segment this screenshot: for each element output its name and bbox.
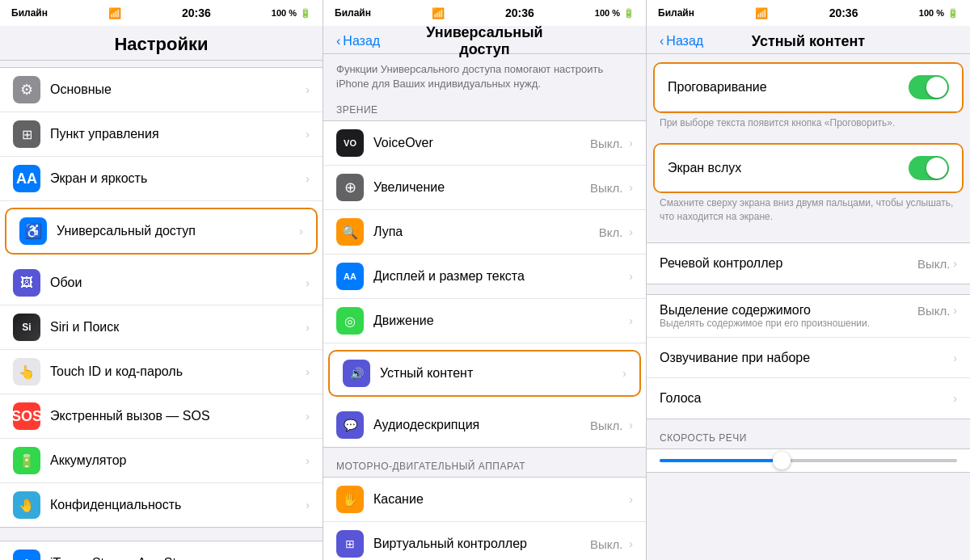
label-zoom: Увеличение — [373, 180, 590, 195]
toggle-progovor[interactable] — [909, 75, 949, 99]
back-chevron-3: ‹ — [660, 34, 664, 48]
settings-item-golosa[interactable]: Голоса › — [647, 378, 970, 419]
settings-item-switch[interactable]: ⊞ Виртуальный контроллер Выкл. › — [323, 522, 646, 560]
label-siri: Siri и Поиск — [50, 320, 302, 335]
battery-icon-1: 🔋 — [300, 8, 311, 19]
settings-item-siri[interactable]: Si Siri и Поиск › — [0, 305, 323, 350]
icon-touch2: ✋ — [336, 486, 364, 513]
settings-item-spoken[interactable]: 🔊 Устный контент › — [328, 350, 641, 397]
time-3: 20:36 — [829, 6, 858, 19]
settings-item-privacy[interactable]: 🤚 Конфиденциальность › — [0, 483, 323, 527]
nav-bar-universal: ‹ Назад Универсальный доступ — [323, 26, 646, 54]
wifi-icon-2: 📶 — [432, 7, 445, 19]
settings-item-sos[interactable]: SOS Экстренный вызов — SOS › — [0, 394, 323, 439]
page-title-spoken: Устный контент — [752, 33, 865, 50]
section-label-speed: СКОРОСТЬ РЕЧИ — [647, 419, 970, 448]
settings-item-touch[interactable]: 👆 Touch ID и код-пароль › — [0, 350, 323, 394]
section-progovor-highlighted: Проговаривание — [653, 62, 964, 113]
settings-item-display[interactable]: AA Дисплей и размер текста › — [323, 255, 646, 299]
icon-audiodesc: 💬 — [336, 411, 364, 439]
label-touch: Touch ID и код-пароль — [50, 364, 302, 379]
chevron-zoom: › — [629, 181, 633, 194]
chevron-siri: › — [306, 321, 310, 334]
settings-item-ozvuch[interactable]: Озвучивание при наборе › — [647, 338, 970, 378]
label-switch: Виртуальный контроллер — [373, 537, 590, 551]
panel-settings: Билайн 📶 20:36 100 % 🔋 Настройки ⚙ Основ… — [0, 0, 323, 560]
settings-item-touch2[interactable]: ✋ Касание › — [323, 478, 646, 522]
settings-item-vydelenie[interactable]: Выделение содержимого Выкл. › Выделять с… — [647, 295, 970, 338]
chevron-switch: › — [629, 537, 633, 550]
settings-item-ekran[interactable]: AA Экран и яркость › — [0, 157, 323, 201]
indicators-2: 100 % 🔋 — [595, 8, 635, 19]
chevron-privacy: › — [306, 499, 310, 512]
chevron-display: › — [629, 270, 633, 283]
settings-item-punkt[interactable]: ⊞ Пункт управления › — [0, 112, 323, 157]
settings-group-spoken: Речевой контроллер Выкл. › — [647, 242, 970, 284]
label-vydelenie: Выделение содержимого — [660, 303, 917, 318]
settings-item-ekranvslukh[interactable]: Экран вслух — [655, 145, 962, 192]
icon-osnovnye: ⚙ — [13, 76, 40, 103]
label-ekran: Экран и яркость — [50, 171, 302, 186]
battery-pct-1: 100 % — [272, 8, 297, 18]
icon-display: AA — [336, 263, 364, 290]
icon-universal: ♿ — [19, 217, 47, 245]
label-osnovnye: Основные — [50, 82, 302, 97]
settings-group-main: ⚙ Основные › ⊞ Пункт управления › AA Экр… — [0, 67, 323, 528]
settings-item-audiodesc[interactable]: 💬 Аудиодескрипция Выкл. › — [323, 403, 646, 447]
icon-motion: ◎ — [336, 307, 364, 335]
back-button-3[interactable]: ‹ Назад — [660, 34, 703, 48]
icon-oboi: 🖼 — [13, 269, 40, 297]
section-label-motor: МОТОРНО-ДВИГАТЕЛЬНЫЙ АППАРАТ — [323, 448, 646, 477]
chevron-spoken: › — [622, 367, 626, 380]
battery-pct-3: 100 % — [919, 8, 944, 18]
settings-item-motion[interactable]: ◎ Движение › — [323, 299, 646, 343]
label-spoken: Устный контент — [380, 366, 619, 381]
label-progovor: Проговаривание — [668, 80, 909, 95]
value-voiceover: Выкл. — [590, 137, 622, 150]
carrier-1: Билайн — [11, 7, 48, 19]
settings-group-spoken2: Выделение содержимого Выкл. › Выделять с… — [647, 294, 970, 419]
subtext-progovor: При выборе текста появится кнопка «Прого… — [647, 113, 970, 137]
value-audiodesc: Выкл. — [590, 419, 622, 432]
label-battery: Аккумулятор — [50, 453, 302, 468]
icon-zoom: ⊕ — [336, 174, 364, 201]
label-touch2: Касание — [373, 492, 626, 507]
settings-item-battery[interactable]: 🔋 Аккумулятор › — [0, 439, 323, 483]
icon-punkt: ⊞ — [13, 120, 40, 148]
settings-item-osnovnye[interactable]: ⚙ Основные › — [0, 68, 323, 112]
label-privacy: Конфиденциальность — [50, 498, 302, 512]
settings-item-appstore[interactable]: A iTunes Store и App Store › — [0, 541, 323, 560]
label-punkt: Пункт управления — [50, 127, 302, 141]
status-bar-2: Билайн 📶 20:36 100 % 🔋 — [323, 0, 646, 26]
indicators-3: 100 % 🔋 — [919, 8, 959, 19]
spacer1 — [647, 284, 970, 294]
settings-item-progovor[interactable]: Проговаривание — [655, 64, 962, 112]
slider-thumb[interactable] — [773, 452, 791, 469]
universal-scroll[interactable]: ЗРЕНИЕ VO VoiceOver Выкл. › ⊕ Увеличение… — [323, 91, 646, 560]
settings-item-oboi[interactable]: 🖼 Обои › — [0, 261, 323, 305]
status-bar-1: Билайн 📶 20:36 100 % 🔋 — [0, 0, 323, 26]
icon-voiceover: VO — [336, 129, 364, 157]
settings-item-universal[interactable]: ♿ Универсальный доступ › — [5, 208, 318, 255]
icon-privacy: 🤚 — [13, 491, 40, 519]
settings-item-voiceover[interactable]: VO VoiceOver Выкл. › — [323, 121, 646, 166]
settings-item-zoom[interactable]: ⊕ Увеличение Выкл. › — [323, 166, 646, 210]
settings-scroll[interactable]: ⚙ Основные › ⊞ Пункт управления › AA Экр… — [0, 61, 323, 560]
chevron-ozvuch: › — [953, 352, 957, 364]
toggle-ekranvslukh[interactable] — [909, 156, 949, 180]
settings-item-rechevoy[interactable]: Речевой контроллер Выкл. › — [647, 243, 970, 284]
spoken-scroll[interactable]: Проговаривание При выборе текста появитс… — [647, 54, 970, 560]
settings-item-magnifier[interactable]: 🔍 Лупа Вкл. › — [323, 210, 646, 255]
section-label-zrenie: ЗРЕНИЕ — [323, 91, 646, 120]
battery-icon-3: 🔋 — [947, 8, 959, 19]
icon-sos: SOS — [13, 402, 40, 430]
icon-switch: ⊞ — [336, 530, 364, 558]
back-label-2: Назад — [343, 34, 380, 48]
slider-track[interactable] — [660, 459, 957, 462]
back-button-2[interactable]: ‹ Назад — [336, 34, 380, 48]
settings-group-motor: ✋ Касание › ⊞ Виртуальный контроллер Вык… — [323, 477, 646, 560]
label-universal: Универсальный доступ — [57, 224, 296, 238]
chevron-audiodesc: › — [629, 419, 633, 432]
chevron-appstore: › — [306, 557, 310, 560]
label-magnifier: Лупа — [373, 225, 599, 239]
